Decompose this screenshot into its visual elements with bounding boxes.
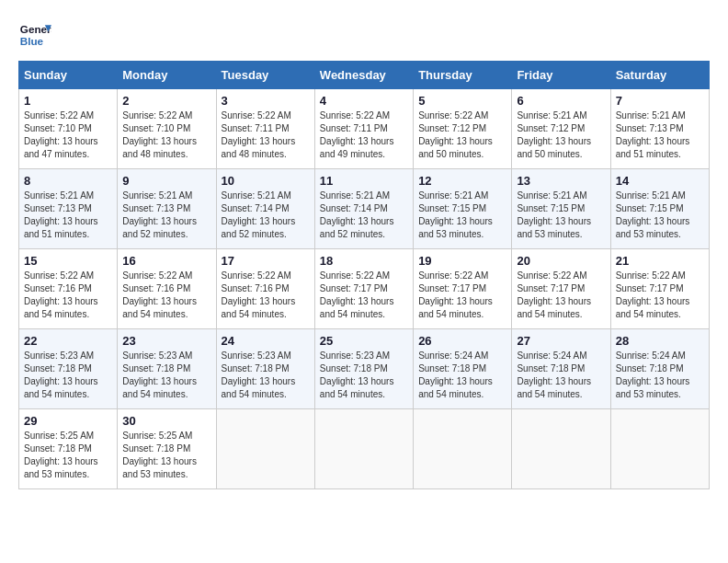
day-number: 10	[222, 174, 310, 188]
day-info: Sunrise: 5:21 AM Sunset: 7:14 PM Dayligh…	[320, 190, 408, 241]
weekday-header-sunday: Sunday	[19, 62, 118, 89]
day-info: Sunrise: 5:22 AM Sunset: 7:17 PM Dayligh…	[517, 270, 605, 321]
day-info: Sunrise: 5:24 AM Sunset: 7:18 PM Dayligh…	[418, 350, 506, 401]
calendar-cell: 10Sunrise: 5:21 AM Sunset: 7:14 PM Dayli…	[216, 169, 314, 249]
calendar-cell: 14Sunrise: 5:21 AM Sunset: 7:15 PM Dayli…	[610, 169, 709, 249]
calendar-cell: 5Sunrise: 5:22 AM Sunset: 7:12 PM Daylig…	[414, 89, 512, 169]
day-info: Sunrise: 5:22 AM Sunset: 7:17 PM Dayligh…	[616, 270, 704, 321]
calendar-cell: 25Sunrise: 5:23 AM Sunset: 7:18 PM Dayli…	[314, 329, 413, 409]
weekday-header-friday: Friday	[512, 62, 610, 89]
calendar-cell: 7Sunrise: 5:21 AM Sunset: 7:13 PM Daylig…	[610, 89, 709, 169]
day-info: Sunrise: 5:22 AM Sunset: 7:16 PM Dayligh…	[222, 270, 310, 321]
calendar-cell: 22Sunrise: 5:23 AM Sunset: 7:18 PM Dayli…	[19, 329, 118, 409]
day-info: Sunrise: 5:22 AM Sunset: 7:16 PM Dayligh…	[122, 270, 210, 321]
calendar-cell: 15Sunrise: 5:22 AM Sunset: 7:16 PM Dayli…	[19, 249, 118, 329]
calendar-cell: 20Sunrise: 5:22 AM Sunset: 7:17 PM Dayli…	[512, 249, 610, 329]
calendar-cell: 1Sunrise: 5:22 AM Sunset: 7:10 PM Daylig…	[19, 89, 118, 169]
day-number: 6	[517, 94, 605, 108]
day-info: Sunrise: 5:23 AM Sunset: 7:18 PM Dayligh…	[222, 350, 310, 401]
day-number: 25	[320, 334, 408, 348]
calendar-cell: 28Sunrise: 5:24 AM Sunset: 7:18 PM Dayli…	[610, 329, 709, 409]
calendar-cell: 16Sunrise: 5:22 AM Sunset: 7:16 PM Dayli…	[118, 249, 216, 329]
day-number: 24	[222, 334, 310, 348]
day-info: Sunrise: 5:24 AM Sunset: 7:18 PM Dayligh…	[616, 350, 704, 401]
day-number: 22	[24, 334, 112, 348]
svg-text:Blue: Blue	[20, 35, 44, 47]
day-number: 28	[616, 334, 704, 348]
day-info: Sunrise: 5:21 AM Sunset: 7:15 PM Dayligh…	[616, 190, 704, 241]
weekday-header-monday: Monday	[118, 62, 216, 89]
week-row-5: 29Sunrise: 5:25 AM Sunset: 7:18 PM Dayli…	[19, 409, 710, 489]
day-info: Sunrise: 5:22 AM Sunset: 7:16 PM Dayligh…	[24, 270, 112, 321]
day-number: 5	[418, 94, 506, 108]
day-info: Sunrise: 5:21 AM Sunset: 7:15 PM Dayligh…	[517, 190, 605, 241]
day-number: 4	[320, 94, 408, 108]
weekday-header-tuesday: Tuesday	[216, 62, 314, 89]
calendar-cell: 12Sunrise: 5:21 AM Sunset: 7:15 PM Dayli…	[414, 169, 512, 249]
day-number: 20	[517, 254, 605, 268]
day-info: Sunrise: 5:22 AM Sunset: 7:17 PM Dayligh…	[418, 270, 506, 321]
svg-text:General: General	[20, 23, 51, 35]
day-info: Sunrise: 5:21 AM Sunset: 7:13 PM Dayligh…	[122, 190, 210, 241]
day-number: 27	[517, 334, 605, 348]
weekday-header-row: SundayMondayTuesdayWednesdayThursdayFrid…	[19, 62, 710, 89]
day-number: 8	[24, 174, 112, 188]
day-number: 2	[122, 94, 210, 108]
day-number: 9	[122, 174, 210, 188]
calendar-cell	[512, 409, 610, 489]
calendar-cell	[610, 409, 709, 489]
day-info: Sunrise: 5:24 AM Sunset: 7:18 PM Dayligh…	[517, 350, 605, 401]
calendar-cell: 3Sunrise: 5:22 AM Sunset: 7:11 PM Daylig…	[216, 89, 314, 169]
week-row-2: 8Sunrise: 5:21 AM Sunset: 7:13 PM Daylig…	[19, 169, 710, 249]
calendar-cell: 30Sunrise: 5:25 AM Sunset: 7:18 PM Dayli…	[118, 409, 216, 489]
calendar-cell: 29Sunrise: 5:25 AM Sunset: 7:18 PM Dayli…	[19, 409, 118, 489]
calendar-cell: 21Sunrise: 5:22 AM Sunset: 7:17 PM Dayli…	[610, 249, 709, 329]
calendar-cell: 6Sunrise: 5:21 AM Sunset: 7:12 PM Daylig…	[512, 89, 610, 169]
day-info: Sunrise: 5:23 AM Sunset: 7:18 PM Dayligh…	[122, 350, 210, 401]
calendar-cell	[314, 409, 413, 489]
day-number: 1	[24, 94, 112, 108]
logo: General Blue	[18, 18, 51, 52]
day-number: 30	[122, 414, 210, 428]
calendar-cell: 27Sunrise: 5:24 AM Sunset: 7:18 PM Dayli…	[512, 329, 610, 409]
day-info: Sunrise: 5:21 AM Sunset: 7:13 PM Dayligh…	[616, 109, 704, 161]
weekday-header-thursday: Thursday	[414, 62, 512, 89]
calendar-cell	[414, 409, 512, 489]
day-info: Sunrise: 5:23 AM Sunset: 7:18 PM Dayligh…	[320, 350, 408, 401]
calendar-cell	[216, 409, 314, 489]
day-info: Sunrise: 5:25 AM Sunset: 7:18 PM Dayligh…	[122, 430, 210, 481]
calendar-cell: 2Sunrise: 5:22 AM Sunset: 7:10 PM Daylig…	[118, 89, 216, 169]
calendar-cell: 18Sunrise: 5:22 AM Sunset: 7:17 PM Dayli…	[314, 249, 413, 329]
calendar-table: SundayMondayTuesdayWednesdayThursdayFrid…	[18, 61, 710, 489]
calendar-cell: 13Sunrise: 5:21 AM Sunset: 7:15 PM Dayli…	[512, 169, 610, 249]
logo-icon: General Blue	[18, 18, 51, 52]
day-number: 29	[24, 414, 112, 428]
day-number: 21	[616, 254, 704, 268]
weekday-header-wednesday: Wednesday	[314, 62, 413, 89]
day-number: 15	[24, 254, 112, 268]
calendar-cell: 4Sunrise: 5:22 AM Sunset: 7:11 PM Daylig…	[314, 89, 413, 169]
day-number: 3	[222, 94, 310, 108]
day-number: 11	[320, 174, 408, 188]
calendar-cell: 11Sunrise: 5:21 AM Sunset: 7:14 PM Dayli…	[314, 169, 413, 249]
week-row-4: 22Sunrise: 5:23 AM Sunset: 7:18 PM Dayli…	[19, 329, 710, 409]
page-header: General Blue	[18, 18, 710, 52]
day-info: Sunrise: 5:21 AM Sunset: 7:15 PM Dayligh…	[418, 190, 506, 241]
day-number: 26	[418, 334, 506, 348]
day-info: Sunrise: 5:21 AM Sunset: 7:13 PM Dayligh…	[24, 190, 112, 241]
day-number: 18	[320, 254, 408, 268]
day-info: Sunrise: 5:22 AM Sunset: 7:10 PM Dayligh…	[122, 109, 210, 161]
calendar-cell: 23Sunrise: 5:23 AM Sunset: 7:18 PM Dayli…	[118, 329, 216, 409]
day-number: 13	[517, 174, 605, 188]
day-info: Sunrise: 5:21 AM Sunset: 7:12 PM Dayligh…	[517, 109, 605, 161]
day-number: 16	[122, 254, 210, 268]
calendar-cell: 26Sunrise: 5:24 AM Sunset: 7:18 PM Dayli…	[414, 329, 512, 409]
calendar-cell: 9Sunrise: 5:21 AM Sunset: 7:13 PM Daylig…	[118, 169, 216, 249]
day-info: Sunrise: 5:22 AM Sunset: 7:11 PM Dayligh…	[320, 109, 408, 161]
week-row-3: 15Sunrise: 5:22 AM Sunset: 7:16 PM Dayli…	[19, 249, 710, 329]
day-info: Sunrise: 5:25 AM Sunset: 7:18 PM Dayligh…	[24, 430, 112, 481]
day-number: 12	[418, 174, 506, 188]
day-info: Sunrise: 5:22 AM Sunset: 7:12 PM Dayligh…	[418, 109, 506, 161]
day-number: 7	[616, 94, 704, 108]
day-info: Sunrise: 5:22 AM Sunset: 7:17 PM Dayligh…	[320, 270, 408, 321]
